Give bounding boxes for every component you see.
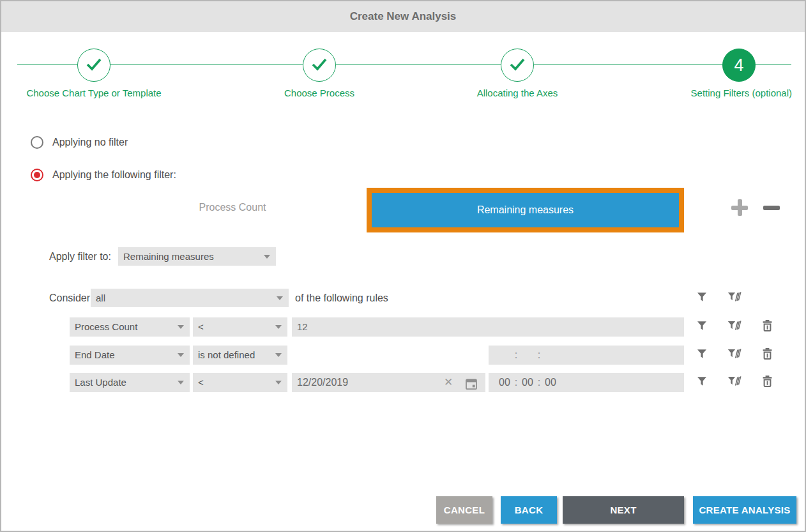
create-analysis-button[interactable]: CREATE ANALYSIS <box>693 496 796 524</box>
cancel-button[interactable]: CANCEL <box>436 496 492 524</box>
back-button[interactable]: BACK <box>501 496 557 524</box>
tab-remaining-measures[interactable]: Remaining measures <box>367 188 684 232</box>
filter-rule-row: Process Count < 12 <box>1 317 806 337</box>
chevron-down-icon <box>275 353 282 357</box>
chevron-down-icon <box>275 381 282 384</box>
step-4-circle: 4 <box>722 49 756 82</box>
check-icon <box>308 52 331 78</box>
radio-no-filter[interactable] <box>31 136 43 149</box>
remove-filter-tab-button[interactable] <box>763 199 780 216</box>
rule-3-date-input[interactable]: 12/20/2019 ✕ <box>292 373 485 392</box>
filter-rule-row: End Date is not defined :: <box>1 346 806 365</box>
rule-3-multi-filter-button[interactable] <box>727 373 742 392</box>
step-4-label: Setting Filters (optional) <box>644 87 792 98</box>
rule-1-operator-select[interactable]: < <box>193 317 287 337</box>
apply-filter-to-value: Remaining measures <box>123 251 214 262</box>
trash-icon <box>763 376 772 390</box>
time-hours[interactable]: 00 <box>496 373 513 392</box>
step-1-label: Choose Chart Type or Template <box>14 87 174 98</box>
apply-filter-to-select[interactable]: Remaining measures <box>118 247 276 266</box>
filter-icon <box>697 349 707 361</box>
rule-3-time-input[interactable]: 00:00:00 <box>489 373 684 392</box>
step-1-circle <box>77 49 110 82</box>
chevron-down-icon <box>178 381 184 384</box>
rule-2-field-select[interactable]: End Date <box>70 346 190 365</box>
dialog-title: Create New Analysis <box>1 1 805 32</box>
time-minutes[interactable]: 00 <box>519 373 536 392</box>
rule-1-multi-filter-button[interactable] <box>727 317 742 337</box>
rule-1-delete-button[interactable] <box>760 317 774 337</box>
radio-with-filter[interactable] <box>31 169 43 181</box>
clear-date-icon[interactable]: ✕ <box>444 373 453 392</box>
chevron-down-icon <box>275 325 282 329</box>
filter-all-button[interactable] <box>695 289 709 308</box>
time-seconds[interactable]: 00 <box>542 373 559 392</box>
filter-icon <box>697 376 707 389</box>
step-3-label: Allocating the Axes <box>453 87 581 98</box>
rule-2-field-value: End Date <box>75 349 115 360</box>
rule-2-filter-button[interactable] <box>695 346 709 365</box>
consider-select[interactable]: all <box>91 289 289 307</box>
filter-icon <box>697 321 707 333</box>
rule-3-operator-value: < <box>198 377 204 388</box>
tab-process-count[interactable]: Process Count <box>73 202 392 213</box>
step-4-number: 4 <box>734 56 743 75</box>
rule-2-operator-value: is not defined <box>198 349 255 360</box>
consider-label: Consider <box>49 293 90 304</box>
add-filter-tab-button[interactable] <box>731 199 748 216</box>
rule-2-operator-select[interactable]: is not defined <box>193 346 287 365</box>
step-3-circle <box>501 49 534 82</box>
filter-icon <box>697 292 707 305</box>
time-colon: : <box>536 373 542 392</box>
rule-1-value: 12 <box>297 321 308 332</box>
multi-filter-icon <box>727 376 741 389</box>
chevron-down-icon <box>277 296 283 300</box>
radio-with-filter-label: Applying the following filter: <box>52 169 176 181</box>
rule-2-time-input[interactable]: :: <box>489 346 684 365</box>
rule-2-delete-button[interactable] <box>760 346 774 365</box>
filter-rule-row: Last Update < 12/20/2019 ✕ 00:00:00 <box>1 373 806 392</box>
rule-2-multi-filter-button[interactable] <box>727 346 742 365</box>
multi-filter-icon <box>727 321 741 333</box>
chevron-down-icon <box>178 325 184 329</box>
chevron-down-icon <box>178 353 184 357</box>
apply-filter-to-label: Apply filter to: <box>49 251 111 262</box>
check-icon <box>506 52 529 78</box>
calendar-icon[interactable] <box>466 377 477 396</box>
next-button[interactable]: NEXT <box>563 496 684 524</box>
time-colon: : <box>513 373 519 392</box>
time-colon: : <box>513 346 519 365</box>
rule-3-date-value: 12/20/2019 <box>297 377 348 388</box>
consider-value: all <box>96 293 105 303</box>
trash-icon <box>763 348 772 362</box>
multi-filter-icon <box>727 292 741 305</box>
multi-filter-icon-button[interactable] <box>727 289 742 308</box>
rule-1-field-value: Process Count <box>75 321 137 332</box>
tab-remaining-measures-label: Remaining measures <box>477 204 574 216</box>
rule-1-operator-value: < <box>198 321 204 332</box>
rule-1-field-select[interactable]: Process Count <box>70 317 190 337</box>
rule-3-filter-button[interactable] <box>695 373 709 392</box>
rule-3-field-select[interactable]: Last Update <box>70 373 190 392</box>
consider-suffix: of the following rules <box>295 293 388 304</box>
rule-3-delete-button[interactable] <box>760 373 774 392</box>
radio-no-filter-label: Applying no filter <box>52 137 128 148</box>
chevron-down-icon <box>264 255 270 259</box>
step-2-circle <box>303 49 336 82</box>
create-analysis-dialog: Create New Analysis 4 Choose Chart Type … <box>0 0 806 532</box>
rule-1-value-input[interactable]: 12 <box>292 317 684 337</box>
stepper-line <box>17 65 791 65</box>
step-2-label: Choose Process <box>255 87 383 98</box>
check-icon <box>82 52 105 78</box>
multi-filter-icon <box>727 349 741 361</box>
rule-3-operator-select[interactable]: < <box>193 373 287 392</box>
time-colon: : <box>536 346 542 365</box>
rule-1-filter-button[interactable] <box>695 317 709 337</box>
trash-icon <box>763 320 772 334</box>
rule-3-field-value: Last Update <box>75 377 126 388</box>
